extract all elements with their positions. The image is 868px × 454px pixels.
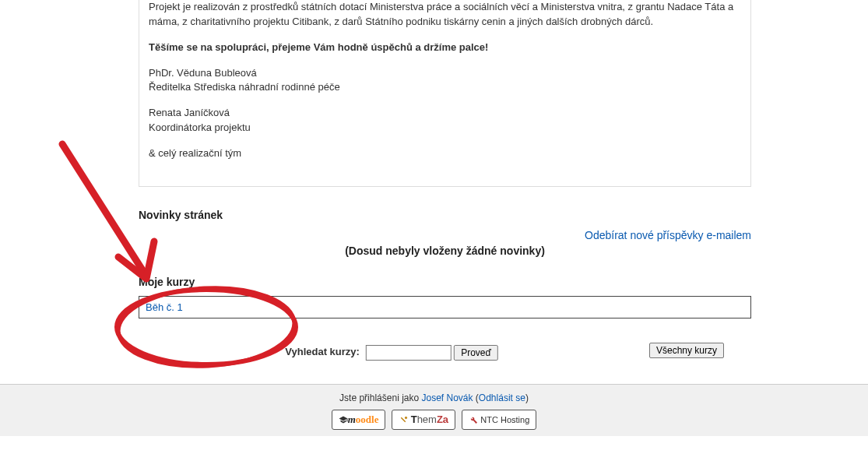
moodle-badge[interactable]: moodle: [332, 410, 386, 430]
news-heading: Novinky stránek: [139, 209, 751, 221]
info-signature-1: PhDr. Věduna Bubleová Ředitelka Středisk…: [149, 66, 741, 96]
login-status: Jste přihlášeni jako Josef Novák (Odhlás…: [0, 392, 868, 403]
wand-icon: [399, 414, 408, 425]
info-greeting: Těšíme se na spolupráci, přejeme Vám hod…: [149, 40, 741, 55]
course-link[interactable]: Běh č. 1: [146, 301, 183, 313]
my-courses-heading: Moje kurzy: [139, 276, 751, 288]
info-paragraph: Projekt je realizován z prostředků státn…: [149, 0, 741, 30]
course-box: Běh č. 1: [139, 296, 751, 319]
info-signature-2: Renata Janíčková Koordinátorka projektu: [149, 106, 741, 135]
no-news-text: (Dosud nebyly vloženy žádné novinky): [139, 245, 751, 257]
themza-badge[interactable]: ThemZa: [392, 410, 455, 430]
tools-icon: [469, 414, 478, 425]
search-go-button[interactable]: Proveď: [454, 345, 498, 361]
all-courses-button[interactable]: Všechny kurzy: [649, 343, 724, 358]
search-label: Vyhledat kurzy:: [285, 346, 360, 357]
subscribe-link[interactable]: Odebírat nové příspěvky e-mailem: [585, 229, 751, 241]
user-link[interactable]: Josef Novák: [421, 392, 473, 403]
footer: Jste přihlášeni jako Josef Novák (Odhlás…: [0, 384, 868, 436]
logout-link[interactable]: Odhlásit se: [479, 392, 525, 403]
info-team: & celý realizační tým: [149, 146, 741, 161]
ntc-hosting-badge[interactable]: NTC Hosting: [462, 410, 537, 430]
project-info-box: Projekt je realizován z prostředků státn…: [139, 0, 751, 187]
search-input[interactable]: [366, 345, 452, 361]
graduation-cap-icon: [339, 414, 348, 425]
